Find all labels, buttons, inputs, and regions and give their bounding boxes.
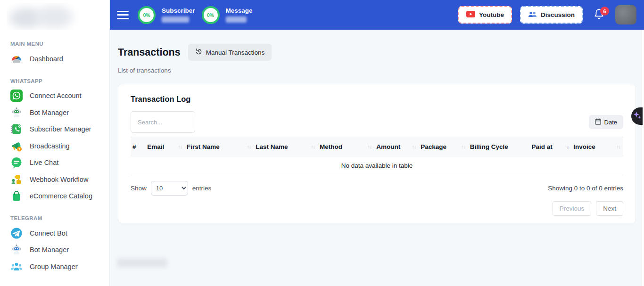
broadcast-megaphone-icon: 1 — [10, 140, 23, 152]
sidebar-item-connect-bot[interactable]: Connect Bot — [10, 225, 109, 242]
column-header-package[interactable]: Package↑↓ — [419, 143, 468, 150]
transaction-log-card: Transaction Log Date #Email↑↓First Name↑… — [118, 84, 636, 223]
ecommerce-bag-icon — [10, 190, 23, 202]
sort-arrows-icon: ↑↓ — [616, 144, 620, 149]
table-header-row: #Email↑↓First Name↑↓Last Name↑↓Method↑↓A… — [131, 137, 623, 156]
discussion-people-icon — [528, 11, 537, 19]
sort-arrows-icon: ↑↓ — [565, 144, 569, 149]
show-label: Show — [131, 185, 147, 192]
sidebar-section-header-whatsapp: WHATSAPP — [10, 78, 109, 84]
sidebar-item-label: Live Chat — [30, 159, 58, 166]
sidebar-item-label: Connect Account — [30, 92, 82, 99]
column-header-amount[interactable]: Amount↑↓ — [374, 143, 419, 150]
stat-message: 0%Message — [202, 6, 253, 24]
blurred-stat-value — [226, 16, 247, 23]
pagination: Previous Next — [131, 201, 623, 216]
history-icon — [195, 48, 202, 57]
sidebar: MAIN MENUDashboardWHATSAPPConnect Accoun… — [0, 0, 110, 286]
notifications-button[interactable]: 6 — [594, 8, 604, 22]
header-stats: 0%Subscriber0%Message — [138, 6, 253, 24]
column-header-first-name[interactable]: First Name↑↓ — [185, 143, 254, 150]
sort-arrows-icon: ↑↓ — [368, 144, 372, 149]
previous-page-button[interactable]: Previous — [553, 201, 592, 216]
live-chat-icon — [10, 156, 23, 169]
column-label: Amount — [376, 143, 400, 150]
sidebar-item-group-manager[interactable]: Group Manager — [10, 258, 109, 275]
entries-per-page-select[interactable]: 10 — [151, 181, 188, 196]
column-label: Email — [147, 143, 164, 150]
next-page-button[interactable]: Next — [596, 201, 623, 216]
whatsapp-icon — [10, 90, 23, 102]
card-title: Transaction Log — [131, 95, 623, 104]
youtube-button-label: Youtube — [479, 11, 504, 18]
sort-arrows-icon: ↑↓ — [412, 144, 416, 149]
youtube-button[interactable]: Youtube — [458, 6, 512, 24]
webhook-workflow-icon — [10, 173, 23, 186]
column-label: Package — [421, 143, 446, 150]
sidebar-item-webhook-workflow[interactable]: Webhook Workflow — [10, 171, 109, 188]
sidebar-item-label: Broadcasting — [30, 142, 70, 150]
column-header-method[interactable]: Method↑↓ — [318, 143, 374, 150]
column-header-: # — [131, 143, 145, 150]
hamburger-menu-icon[interactable] — [117, 11, 129, 19]
sidebar-item-connect-account[interactable]: Connect Account — [10, 88, 109, 105]
sidebar-item-bot-manager[interactable]: Bot Manager — [10, 242, 109, 259]
scrollbar-track[interactable] — [641, 30, 644, 286]
top-header: 0%Subscriber0%Message Youtube Discussion… — [110, 0, 644, 30]
subscriber-book-icon — [10, 123, 23, 135]
blurred-stat-value — [162, 16, 189, 23]
column-header-invoice[interactable]: Invoice↑↓ — [571, 143, 623, 150]
column-label: Invoice — [573, 143, 595, 150]
sparkles-icon — [633, 111, 641, 122]
user-avatar[interactable] — [615, 5, 636, 25]
header-actions: Youtube Discussion 6 — [458, 5, 636, 25]
group-people-icon — [10, 261, 23, 273]
sidebar-item-subscriber-manager[interactable]: Subscriber Manager — [10, 121, 109, 138]
sort-arrows-icon: ↑↓ — [311, 144, 315, 149]
search-input[interactable] — [131, 111, 195, 133]
sidebar-item-label: Subscriber Manager — [30, 125, 91, 133]
sidebar-item-broadcasting[interactable]: 1Broadcasting — [10, 138, 109, 155]
page-head: Transactions Manual Transactions — [118, 44, 636, 61]
sidebar-item-ecommerce-catalog[interactable]: eCommerce Catalog — [10, 188, 109, 205]
page-subtitle: List of transactions — [118, 67, 636, 74]
calendar-icon — [595, 118, 601, 126]
youtube-icon — [466, 11, 475, 19]
svg-text:1: 1 — [18, 147, 20, 151]
table-empty-row: No data available in table — [131, 156, 623, 175]
notification-count-badge: 6 — [600, 7, 609, 16]
stat-subscriber: 0%Subscriber — [138, 6, 195, 24]
progress-ring: 0% — [202, 6, 220, 24]
column-header-paid-at[interactable]: Paid at↑↓ — [529, 143, 571, 150]
discussion-button[interactable]: Discussion — [520, 6, 583, 24]
column-header-last-name[interactable]: Last Name↑↓ — [254, 143, 318, 150]
blurred-footer-text — [117, 258, 167, 268]
column-header-email[interactable]: Email↑↓ — [145, 143, 185, 150]
column-label: Billing Cycle — [470, 143, 508, 150]
entries-summary: Showing 0 to 0 of 0 entries — [548, 185, 623, 192]
sidebar-item-live-chat[interactable]: Live Chat — [10, 155, 109, 172]
date-filter-button[interactable]: Date — [589, 115, 623, 129]
date-button-label: Date — [604, 119, 617, 126]
table-controls: Date — [131, 111, 623, 133]
sidebar-item-bot-manager[interactable]: Bot Manager — [10, 104, 109, 121]
sidebar-item-dashboard[interactable]: Dashboard — [10, 50, 109, 67]
stat-label: Message — [226, 7, 253, 14]
manual-transactions-label: Manual Transactions — [206, 49, 265, 56]
sidebar-item-label: Dashboard — [30, 55, 63, 63]
stat-label: Subscriber — [162, 7, 195, 14]
main-content: Transactions Manual Transactions List of… — [110, 30, 644, 286]
robot-blue-icon — [10, 244, 23, 256]
page-title: Transactions — [118, 47, 181, 58]
discussion-button-label: Discussion — [541, 11, 575, 18]
sidebar-item-label: Webhook Workflow — [30, 176, 88, 183]
sort-arrows-icon: ↑↓ — [461, 144, 465, 149]
manual-transactions-button[interactable]: Manual Transactions — [188, 44, 272, 61]
sidebar-nav: MAIN MENUDashboardWHATSAPPConnect Accoun… — [10, 41, 109, 275]
column-label: # — [132, 143, 136, 150]
column-label: Paid at — [531, 143, 552, 150]
table-footer: Show 10 entries Showing 0 to 0 of 0 entr… — [131, 181, 623, 196]
sort-arrows-icon: ↑↓ — [178, 144, 182, 149]
column-header-billing-cycle: Billing Cycle — [468, 143, 530, 150]
dashboard-gauge-icon — [10, 53, 23, 65]
